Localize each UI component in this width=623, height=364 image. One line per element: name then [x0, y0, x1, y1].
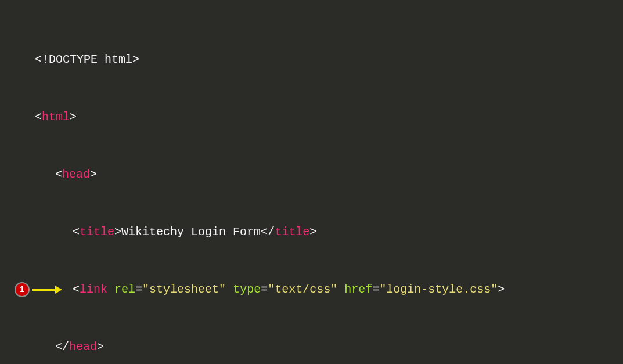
annotation-1: 1 — [15, 282, 62, 297]
code-line: <title>Wikitechy Login Form</title> — [6, 222, 617, 242]
code-line: <!DOCTYPE html> — [6, 50, 617, 69]
code-block: <!DOCTYPE html> <html> <head> <title>Wik… — [6, 12, 617, 364]
code-line: </head> — [6, 337, 617, 356]
code-line: <html> — [6, 107, 617, 127]
badge-1: 1 — [15, 282, 30, 297]
arrow-icon — [32, 286, 62, 294]
code-line-annotated: 1<link rel="stylesheet" type="text/css" … — [6, 280, 617, 299]
code-line: <head> — [6, 165, 617, 184]
